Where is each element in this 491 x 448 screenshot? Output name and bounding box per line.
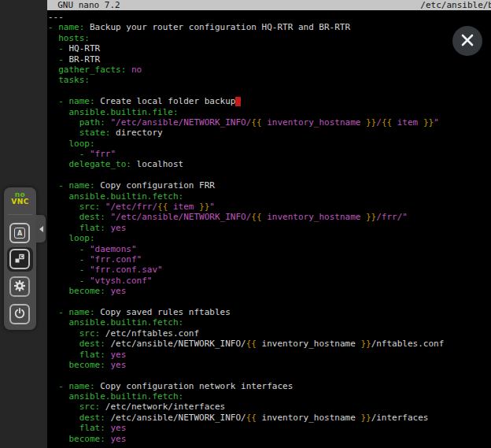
- terminal-line: flat: yes: [48, 423, 491, 433]
- terminal-line: become: yes: [48, 360, 491, 370]
- terminal-line: - name: Copy configuration network inter…: [48, 381, 491, 391]
- terminal-line: flat: yes: [48, 350, 491, 360]
- terminal-line: ansible.builtin.file:: [48, 107, 491, 117]
- terminal-line: - "daemons": [48, 244, 491, 254]
- terminal-line: - "frr.conf.sav": [48, 265, 491, 275]
- terminal-line: ansible.builtin.fetch:: [48, 317, 491, 328]
- keycap-letter: A: [17, 230, 22, 237]
- novnc-logo-vnc: VNC: [4, 198, 36, 205]
- terminal-line: - HQ-RTR: [48, 43, 491, 54]
- terminal-line: flat: yes: [48, 223, 491, 233]
- fullscreen-icon: [14, 253, 25, 266]
- terminal-line: ansible.builtin.fetch:: [48, 391, 491, 402]
- terminal-line: ---: [48, 12, 491, 22]
- keyboard-key-icon: A: [14, 228, 25, 239]
- editor-content[interactable]: ---- name: Backup your router configurat…: [48, 12, 491, 448]
- power-icon: [13, 307, 26, 322]
- terminal-line: [48, 86, 491, 96]
- terminal-line: [48, 297, 491, 307]
- terminal-line: - name: Copy saved rules nftables: [48, 307, 491, 317]
- terminal-line: path: "/etc/ansible/NETWORK_INFO/{{ inve…: [48, 117, 491, 128]
- terminal-line: - "frr.conf": [48, 254, 491, 265]
- close-icon: [452, 25, 482, 57]
- vnc-control-bar: no VNC A: [4, 187, 36, 330]
- terminal-line: dest: "/etc/ansible/NETWORK_INFO/{{ inve…: [48, 212, 491, 222]
- terminal-line: dest: /etc/ansible/NETWORK_INFO/{{ inven…: [48, 339, 491, 349]
- terminal-line: - "frr": [48, 149, 491, 159]
- terminal-line: - name: Backup your router configuration…: [48, 22, 491, 32]
- terminal-line: - name: Copy configuration FRR: [48, 180, 491, 191]
- app-title: GNU nano 7.2: [47, 0, 120, 10]
- control-bar-divider: [8, 214, 32, 215]
- vnc-screen[interactable]: GNU nano 7.2 /etc/ansible/b ---- name: B…: [47, 0, 491, 448]
- terminal-line: tasks:: [48, 75, 491, 85]
- collapse-arrow-icon: [39, 226, 43, 232]
- terminal-line: ansible.builtin.fetch:: [48, 191, 491, 202]
- settings-button[interactable]: [9, 276, 30, 297]
- terminal-line: [48, 370, 491, 380]
- fullscreen-active-highlight: [7, 247, 33, 272]
- close-button[interactable]: [452, 26, 482, 56]
- terminal-line: hosts:: [48, 33, 491, 43]
- terminal-line: src: /etc/network/interfaces: [48, 402, 491, 412]
- terminal-line: become: yes: [48, 434, 491, 444]
- terminal-line: - name: Create local folder backup: [48, 96, 491, 106]
- terminal-line: delegate_to: localhost: [48, 159, 491, 169]
- control-bar-handle[interactable]: [36, 215, 46, 243]
- disconnect-button[interactable]: [9, 304, 30, 324]
- fullscreen-button[interactable]: [9, 249, 30, 269]
- terminal-line: src: /etc/nftables.conf: [48, 328, 491, 339]
- novnc-logo: no VNC: [4, 191, 36, 205]
- terminal-line: dest: /etc/ansible/NETWORK_INFO/{{ inven…: [48, 413, 491, 423]
- terminal-line: loop:: [48, 233, 491, 243]
- terminal-line: - "vtysh.conf": [48, 276, 491, 286]
- gear-icon: [13, 280, 26, 294]
- terminal-line: - BR-RTR: [48, 54, 491, 65]
- terminal-line: loop:: [48, 139, 491, 149]
- terminal-line: src: "/etc/frr/{{ item }}": [48, 202, 491, 212]
- terminal-line: gather_facts: no: [48, 65, 491, 75]
- terminal-line: [48, 170, 491, 180]
- extra-keys-button[interactable]: A: [9, 223, 30, 243]
- nano-titlebar: GNU nano 7.2 /etc/ansible/b: [47, 0, 491, 10]
- terminal-line: become: yes: [48, 286, 491, 296]
- file-path: /etc/ansible/b: [420, 0, 491, 10]
- text-cursor: [235, 97, 241, 106]
- terminal-line: state: directory: [48, 128, 491, 138]
